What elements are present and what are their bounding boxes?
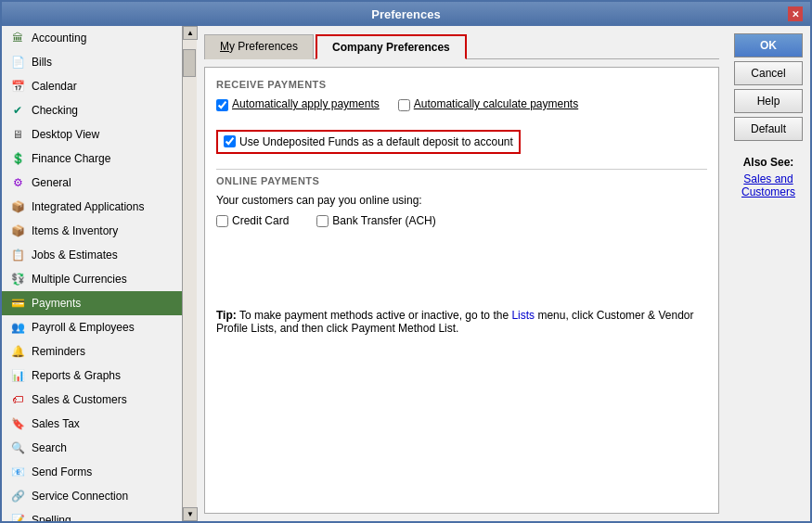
sidebar-item-service-connection[interactable]: 🔗 Service Connection bbox=[2, 484, 182, 508]
jobs-icon: 📋 bbox=[9, 247, 26, 263]
sidebar-item-bills[interactable]: 📄 Bills bbox=[2, 50, 182, 74]
also-see-title: Also See: bbox=[734, 156, 803, 169]
sidebar-item-label: Jobs & Estimates bbox=[32, 249, 118, 262]
sidebar-item-payroll-employees[interactable]: 👥 Payroll & Employees bbox=[2, 315, 182, 339]
sidebar-item-label: Checking bbox=[32, 104, 78, 117]
auto-apply-item: Automatically apply payments bbox=[216, 97, 380, 111]
payroll-icon: 👥 bbox=[9, 319, 26, 336]
sidebar-item-items-inventory[interactable]: 📦 Items & Inventory bbox=[2, 219, 182, 243]
right-panel: OK Cancel Help Default Also See: Sales a… bbox=[727, 26, 810, 521]
sidebar-item-label: Payments bbox=[32, 297, 81, 310]
tab-my-preferences[interactable]: My Preferences bbox=[204, 34, 314, 59]
tip-text: Tip: To make payment methods active or i… bbox=[216, 309, 707, 335]
calendar-icon: 📅 bbox=[9, 78, 26, 95]
receive-payments-section: RECEIVE PAYMENTS Automatically apply pay… bbox=[216, 79, 707, 154]
ok-button[interactable]: OK bbox=[734, 33, 803, 57]
sidebar-item-integrated-applications[interactable]: 📦 Integrated Applications bbox=[2, 195, 182, 219]
bills-icon: 📄 bbox=[9, 54, 26, 70]
sidebar-item-payments[interactable]: 💳 Payments bbox=[2, 291, 182, 315]
sidebar-item-label: Spelling bbox=[32, 514, 71, 521]
bank-transfer-option: Bank Transfer (ACH) bbox=[316, 214, 435, 227]
window-title: Preferences bbox=[24, 7, 788, 21]
sidebar-item-label: Calendar bbox=[32, 80, 77, 93]
sidebar-item-label: Bills bbox=[32, 56, 52, 69]
online-options: Credit Card Bank Transfer (ACH) bbox=[216, 214, 707, 227]
sidebar-item-search[interactable]: 🔍 Search bbox=[2, 436, 182, 460]
lists-link[interactable]: Lists bbox=[511, 309, 535, 322]
payments-icon: 💳 bbox=[9, 295, 26, 312]
sidebar-item-accounting[interactable]: 🏛 Accounting bbox=[2, 26, 182, 50]
sidebar-item-reports-graphs[interactable]: 📊 Reports & Graphs bbox=[2, 364, 182, 388]
reminders-icon: 🔔 bbox=[9, 343, 26, 360]
sidebar-item-reminders[interactable]: 🔔 Reminders bbox=[2, 339, 182, 364]
company-preferences-tab-label: Company Preferences bbox=[332, 41, 450, 54]
sidebar-item-finance-charge[interactable]: 💲 Finance Charge bbox=[2, 147, 182, 171]
separator bbox=[216, 169, 707, 170]
sidebar-item-label: Sales & Customers bbox=[32, 393, 127, 406]
receive-payments-header: RECEIVE PAYMENTS bbox=[216, 79, 707, 90]
sidebar-item-sales-customers[interactable]: 🏷 Sales & Customers bbox=[2, 388, 182, 412]
auto-calculate-checkbox[interactable] bbox=[398, 99, 410, 111]
sidebar-item-general[interactable]: ⚙ General bbox=[2, 171, 182, 195]
online-text: Your customers can pay you online using: bbox=[216, 194, 707, 207]
sidebar-item-multiple-currencies[interactable]: 💱 Multiple Currencies bbox=[2, 267, 182, 291]
checking-icon: ✔ bbox=[9, 102, 26, 119]
sidebar: 🏛 Accounting 📄 Bills 📅 Calendar ✔ Checki… bbox=[2, 26, 197, 521]
multiple-icon: 💱 bbox=[9, 271, 26, 287]
integrated-icon: 📦 bbox=[9, 198, 26, 215]
sidebar-item-label: Sales Tax bbox=[32, 417, 80, 430]
sendforms-icon: 📧 bbox=[9, 464, 26, 480]
help-button[interactable]: Help bbox=[734, 89, 803, 113]
cancel-button[interactable]: Cancel bbox=[734, 61, 803, 85]
default-button[interactable]: Default bbox=[734, 117, 803, 141]
search-icon: 🔍 bbox=[9, 440, 26, 456]
also-see: Also See: Sales and Customers bbox=[734, 156, 803, 198]
sidebar-item-label: Reminders bbox=[32, 345, 85, 358]
close-button[interactable]: ✕ bbox=[788, 6, 803, 21]
undeposited-funds-label[interactable]: Use Undeposited Funds as a default depos… bbox=[239, 135, 513, 148]
sidebar-item-label: Reports & Graphs bbox=[32, 369, 121, 382]
sidebar-item-desktop-view[interactable]: 🖥 Desktop View bbox=[2, 122, 182, 147]
salestax-icon: 🔖 bbox=[9, 415, 26, 432]
sidebar-item-label: Payroll & Employees bbox=[32, 321, 135, 334]
window-body: 🏛 Accounting 📄 Bills 📅 Calendar ✔ Checki… bbox=[2, 26, 810, 521]
tip-body: To make payment methods active or inacti… bbox=[216, 309, 693, 335]
sidebar-item-checking[interactable]: ✔ Checking bbox=[2, 98, 182, 122]
sidebar-list: 🏛 Accounting 📄 Bills 📅 Calendar ✔ Checki… bbox=[2, 26, 182, 521]
sidebar-item-label: Accounting bbox=[32, 32, 86, 45]
scroll-thumb[interactable] bbox=[183, 49, 196, 77]
bank-transfer-checkbox[interactable] bbox=[316, 215, 329, 227]
sidebar-item-label: Search bbox=[32, 441, 67, 454]
tip-label: Tip: bbox=[216, 309, 237, 322]
preferences-window: Preferences ✕ 🏛 Accounting 📄 Bills 📅 Cal… bbox=[0, 0, 812, 523]
auto-calculate-item: Automatically calculate payments bbox=[398, 97, 578, 111]
online-payments-header: ONLINE PAYMENTS bbox=[216, 175, 707, 186]
items-icon: 📦 bbox=[9, 223, 26, 239]
sidebar-item-sales-tax[interactable]: 🔖 Sales Tax bbox=[2, 412, 182, 436]
checkboxes-row: Automatically apply payments Automatical… bbox=[216, 97, 707, 154]
sidebar-item-send-forms[interactable]: 📧 Send Forms bbox=[2, 460, 182, 484]
spelling-icon: 📝 bbox=[9, 512, 26, 521]
sidebar-item-spelling[interactable]: 📝 Spelling bbox=[2, 508, 182, 521]
auto-calculate-label[interactable]: Automatically calculate payments bbox=[414, 97, 578, 110]
undeposited-funds-checkbox[interactable] bbox=[224, 135, 236, 147]
sidebar-item-jobs-estimates[interactable]: 📋 Jobs & Estimates bbox=[2, 243, 182, 267]
undeposited-funds-box: Use Undeposited Funds as a default depos… bbox=[216, 130, 521, 154]
sidebar-item-calendar[interactable]: 📅 Calendar bbox=[2, 74, 182, 98]
sidebar-item-label: Items & Inventory bbox=[32, 224, 118, 237]
auto-apply-label[interactable]: Automatically apply payments bbox=[232, 97, 380, 110]
reports-icon: 📊 bbox=[9, 367, 26, 384]
general-icon: ⚙ bbox=[9, 174, 26, 191]
tabs: My Preferences Company Preferences bbox=[204, 33, 719, 59]
tip-section: Tip: To make payment methods active or i… bbox=[216, 301, 707, 335]
service-icon: 🔗 bbox=[9, 488, 26, 504]
also-see-link[interactable]: Sales and Customers bbox=[734, 172, 803, 198]
scroll-down-button[interactable]: ▼ bbox=[183, 507, 198, 521]
credit-card-checkbox[interactable] bbox=[216, 215, 228, 227]
tab-company-preferences[interactable]: Company Preferences bbox=[316, 34, 467, 59]
auto-apply-checkbox[interactable] bbox=[216, 99, 228, 111]
sidebar-item-label: Send Forms bbox=[32, 466, 92, 478]
scroll-up-button[interactable]: ▲ bbox=[183, 26, 198, 40]
content-panel: RECEIVE PAYMENTS Automatically apply pay… bbox=[204, 67, 719, 514]
sidebar-item-label: Multiple Currencies bbox=[32, 273, 127, 286]
